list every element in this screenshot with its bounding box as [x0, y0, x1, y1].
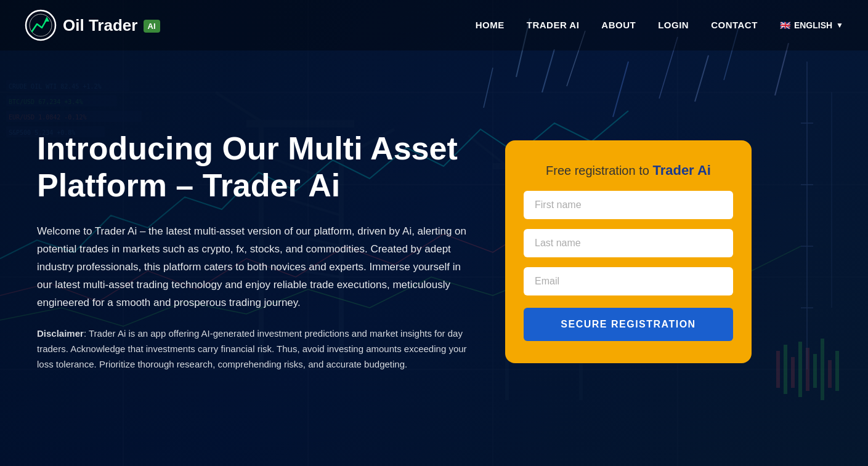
logo-icon	[25, 9, 57, 41]
disclaimer-label: Disclaimer	[37, 328, 84, 339]
hero-text-block: Introducing Our Multi Asset Platform – T…	[37, 131, 468, 372]
flag-icon: 🇬🇧	[780, 20, 790, 30]
secure-registration-button[interactable]: SECURE REGISTRATION	[524, 308, 733, 341]
svg-point-59	[30, 14, 52, 36]
hero-content: Introducing Our Multi Asset Platform – T…	[0, 0, 868, 466]
lang-label: ENGLISH	[794, 20, 832, 30]
chevron-down-icon: ▼	[836, 21, 843, 30]
svg-point-58	[26, 10, 55, 40]
last-name-input[interactable]	[524, 229, 733, 257]
nav-item-about[interactable]: ABOUT	[601, 20, 636, 31]
nav-links: HOME TRADER AI ABOUT LOGIN CONTACT 🇬🇧 EN…	[476, 20, 843, 31]
first-name-input[interactable]	[524, 191, 733, 219]
reg-card-title: Free registration to Trader Ai	[524, 163, 733, 179]
logo-badge: AI	[144, 20, 160, 33]
nav-link-about[interactable]: ABOUT	[601, 20, 636, 30]
registration-card: Free registration to Trader Ai SECURE RE…	[505, 140, 752, 363]
hero-description: Welcome to Trader Ai – the latest multi-…	[37, 223, 468, 311]
navbar: Oil Trader AI HOME TRADER AI ABOUT LOGIN…	[0, 0, 868, 50]
nav-item-trader-ai[interactable]: TRADER AI	[527, 20, 580, 31]
logo-text: Oil Trader AI	[63, 16, 160, 35]
nav-link-home[interactable]: HOME	[476, 20, 505, 30]
nav-item-contact[interactable]: CONTACT	[711, 20, 758, 31]
hero-title: Introducing Our Multi Asset Platform – T…	[37, 131, 468, 204]
nav-item-lang[interactable]: 🇬🇧 ENGLISH ▼	[780, 20, 843, 30]
nav-item-home[interactable]: HOME	[476, 20, 505, 31]
reg-title-brand: Trader Ai	[652, 163, 711, 178]
reg-title-prefix: Free registration to	[546, 164, 649, 177]
nav-link-login[interactable]: LOGIN	[658, 20, 689, 30]
hero-disclaimer: Disclaimer: Trader Ai is an app offering…	[37, 326, 468, 372]
nav-link-contact[interactable]: CONTACT	[711, 20, 758, 30]
logo: Oil Trader AI	[25, 9, 160, 41]
nav-item-login[interactable]: LOGIN	[658, 20, 689, 31]
disclaimer-text: : Trader Ai is an app offering AI-genera…	[37, 328, 467, 369]
email-input[interactable]	[524, 267, 733, 295]
hero-section: CRUDE OIL WTI 82.45 +1.2% BTC/USD 67,234…	[0, 0, 868, 466]
nav-link-trader-ai[interactable]: TRADER AI	[527, 20, 580, 30]
